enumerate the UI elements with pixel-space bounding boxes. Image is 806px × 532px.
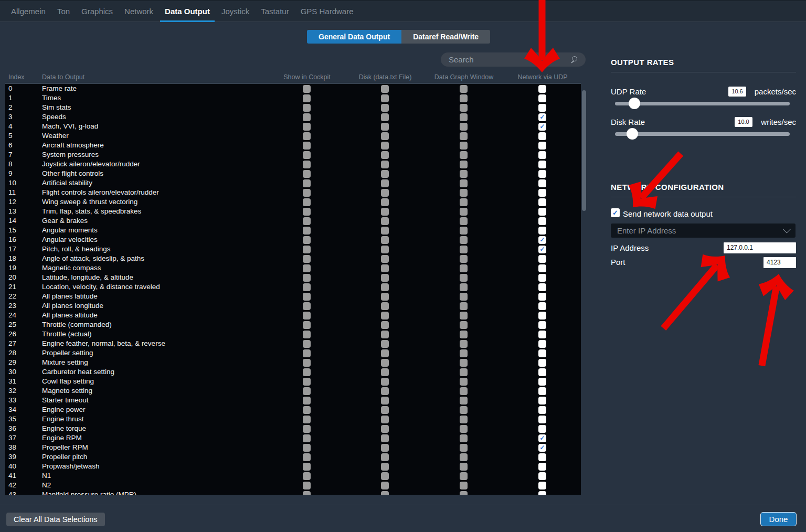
checkbox-show-in-cockpit[interactable] — [303, 302, 311, 310]
checkbox-disk[interactable] — [381, 302, 389, 310]
checkbox-disk[interactable] — [381, 472, 389, 480]
checkbox-disk[interactable] — [381, 387, 389, 395]
checkbox-data-graph[interactable] — [460, 312, 468, 320]
checkbox-data-graph[interactable] — [460, 453, 468, 461]
checkbox-network-udp[interactable]: ✓ — [538, 434, 546, 442]
checkbox-network-udp[interactable] — [538, 274, 546, 282]
checkbox-data-graph[interactable] — [460, 434, 468, 442]
checkbox-disk[interactable] — [381, 434, 389, 442]
checkbox-show-in-cockpit[interactable] — [303, 482, 311, 490]
checkbox-network-udp[interactable] — [538, 349, 546, 357]
checkbox-disk[interactable] — [381, 264, 389, 272]
checkbox-disk[interactable] — [381, 340, 389, 348]
checkbox-disk[interactable] — [381, 463, 389, 471]
checkbox-show-in-cockpit[interactable] — [303, 274, 311, 282]
checkbox-data-graph[interactable] — [460, 283, 468, 291]
checkbox-show-in-cockpit[interactable] — [303, 246, 311, 253]
checkbox-network-udp[interactable] — [538, 387, 546, 395]
checkbox-disk[interactable] — [381, 397, 389, 405]
checkbox-data-graph[interactable] — [460, 208, 468, 216]
checkbox-disk[interactable] — [381, 151, 389, 159]
checkbox-show-in-cockpit[interactable] — [303, 453, 311, 461]
checkbox-show-in-cockpit[interactable] — [303, 179, 311, 187]
checkbox-show-in-cockpit[interactable] — [303, 208, 311, 216]
checkbox-network-udp[interactable] — [538, 283, 546, 291]
checkbox-data-graph[interactable] — [460, 368, 468, 376]
checkbox-disk[interactable] — [381, 255, 389, 263]
disk-rate-slider[interactable] — [615, 132, 790, 136]
tab-network[interactable]: Network — [120, 1, 158, 22]
checkbox-show-in-cockpit[interactable] — [303, 368, 311, 376]
checkbox-network-udp[interactable] — [538, 491, 546, 495]
checkbox-network-udp[interactable] — [538, 425, 546, 433]
checkbox-show-in-cockpit[interactable] — [303, 227, 311, 235]
checkbox-data-graph[interactable] — [460, 274, 468, 282]
ip-address-dropdown[interactable]: Enter IP Address — [611, 224, 796, 238]
checkbox-disk[interactable] — [381, 142, 389, 150]
checkbox-disk[interactable] — [381, 189, 389, 197]
checkbox-network-udp[interactable] — [538, 85, 546, 93]
checkbox-disk[interactable] — [381, 378, 389, 386]
checkbox-disk[interactable] — [381, 331, 389, 338]
checkbox-data-graph[interactable] — [460, 340, 468, 348]
checkbox-network-udp[interactable]: ✓ — [538, 246, 546, 253]
checkbox-network-udp[interactable] — [538, 406, 546, 414]
checkbox-network-udp[interactable] — [538, 312, 546, 320]
checkbox-network-udp[interactable]: ✓ — [538, 113, 546, 121]
checkbox-show-in-cockpit[interactable] — [303, 198, 311, 206]
checkbox-disk[interactable] — [381, 321, 389, 329]
checkbox-show-in-cockpit[interactable] — [303, 217, 311, 225]
checkbox-data-graph[interactable] — [460, 179, 468, 187]
checkbox-disk[interactable] — [381, 349, 389, 357]
checkbox-network-udp[interactable]: ✓ — [538, 236, 546, 244]
checkbox-network-udp[interactable] — [538, 208, 546, 216]
checkbox-data-graph[interactable] — [460, 198, 468, 206]
checkbox-show-in-cockpit[interactable] — [303, 425, 311, 433]
disk-rate-value-input[interactable]: 10.0 — [735, 117, 752, 127]
checkbox-data-graph[interactable] — [460, 132, 468, 140]
checkbox-data-graph[interactable] — [460, 94, 468, 102]
checkbox-network-udp[interactable] — [538, 151, 546, 159]
checkbox-data-graph[interactable] — [460, 113, 468, 121]
checkbox-network-udp[interactable] — [538, 321, 546, 329]
checkbox-show-in-cockpit[interactable] — [303, 397, 311, 405]
checkbox-network-udp[interactable] — [538, 482, 546, 490]
checkbox-show-in-cockpit[interactable] — [303, 236, 311, 244]
checkbox-network-udp[interactable] — [538, 378, 546, 386]
checkbox-show-in-cockpit[interactable] — [303, 113, 311, 121]
subtab-general-data-output[interactable]: General Data Output — [307, 30, 401, 44]
checkbox-disk[interactable] — [381, 208, 389, 216]
checkbox-data-graph[interactable] — [460, 331, 468, 338]
checkbox-data-graph[interactable] — [460, 472, 468, 480]
tab-gps-hardware[interactable]: GPS Hardware — [296, 1, 358, 22]
checkbox-network-udp[interactable] — [538, 104, 546, 112]
checkbox-data-graph[interactable] — [460, 321, 468, 329]
checkbox-show-in-cockpit[interactable] — [303, 104, 311, 112]
checkbox-data-graph[interactable] — [460, 444, 468, 452]
checkbox-disk[interactable] — [381, 444, 389, 452]
checkbox-data-graph[interactable] — [460, 416, 468, 423]
checkbox-show-in-cockpit[interactable] — [303, 416, 311, 423]
checkbox-show-in-cockpit[interactable] — [303, 264, 311, 272]
checkbox-data-graph[interactable] — [460, 378, 468, 386]
checkbox-network-udp[interactable] — [538, 368, 546, 376]
checkbox-show-in-cockpit[interactable] — [303, 491, 311, 495]
clear-all-data-selections-button[interactable]: Clear All Data Selections — [6, 513, 105, 526]
checkbox-data-graph[interactable] — [460, 170, 468, 178]
checkbox-disk[interactable] — [381, 416, 389, 423]
checkbox-disk[interactable] — [381, 274, 389, 282]
checkbox-disk[interactable] — [381, 236, 389, 244]
checkbox-disk[interactable] — [381, 227, 389, 235]
checkbox-disk[interactable] — [381, 198, 389, 206]
checkbox-show-in-cockpit[interactable] — [303, 359, 311, 367]
table-scrollbar-thumb[interactable] — [582, 90, 586, 211]
subtab-dataref-read-write[interactable]: Dataref Read/Write — [401, 30, 490, 44]
checkbox-disk[interactable] — [381, 123, 389, 131]
tab-allgemein[interactable]: Allgemein — [6, 1, 50, 22]
checkbox-disk[interactable] — [381, 132, 389, 140]
send-network-data-checkbox[interactable]: ✓ — [611, 208, 620, 217]
checkbox-network-udp[interactable] — [538, 255, 546, 263]
checkbox-data-graph[interactable] — [460, 236, 468, 244]
checkbox-disk[interactable] — [381, 406, 389, 414]
checkbox-network-udp[interactable] — [538, 293, 546, 301]
